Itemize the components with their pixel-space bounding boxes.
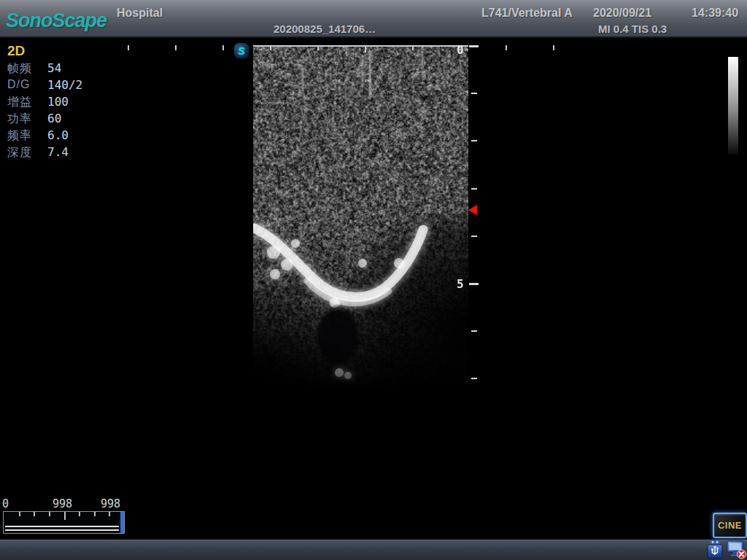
lateral-tick (365, 45, 366, 52)
cine-progress-line (5, 526, 119, 531)
cine-position-marker[interactable] (120, 512, 124, 533)
cine-label-start: 0 (2, 497, 9, 510)
lateral-tick (222, 45, 224, 50)
depth-tick (469, 283, 479, 285)
param-label: 功率 (7, 112, 32, 127)
cine-button[interactable]: CINE (713, 513, 747, 538)
param-row-gain: 增益 100 (7, 95, 117, 112)
ultrasound-image (253, 46, 468, 394)
lateral-tick (553, 45, 554, 50)
lateral-ruler-line (253, 45, 468, 47)
lateral-tick (317, 45, 319, 50)
hospital-name: Hospital (117, 7, 163, 20)
param-label: 增益 (7, 95, 32, 110)
lateral-tick (412, 45, 414, 50)
param-value: 7.4 (47, 145, 69, 159)
param-value: 6.0 (47, 128, 69, 142)
depth-tick (471, 236, 477, 237)
ultrasound-screen: SonoScape Hospital L741/Vertebral A 2020… (0, 0, 747, 560)
lateral-tick (506, 45, 507, 50)
network-disconnected-icon[interactable] (726, 539, 747, 560)
param-label: 帧频 (7, 61, 32, 77)
param-row-frequency: 频率 6.0 (7, 128, 117, 145)
depth-tick (471, 93, 477, 94)
system-time: 14:39:40 (692, 7, 738, 20)
cine-tick (49, 512, 50, 516)
mode-label: 2D (7, 43, 25, 59)
depth-tick (471, 378, 477, 379)
cine-label-mid: 998 (53, 497, 72, 510)
param-value: 100 (47, 95, 69, 109)
cine-tick (94, 512, 96, 516)
exam-file-name: 20200825_141706… (274, 23, 376, 35)
param-row-dg: D/G 140/2 (7, 78, 117, 95)
param-row-depth: 深度 7.4 (7, 145, 117, 162)
param-label: 频率 (7, 128, 32, 144)
taskbar (0, 540, 747, 560)
param-value: 140/2 (47, 78, 82, 92)
usb-icon[interactable] (705, 539, 724, 560)
system-date: 2020/09/21 (593, 7, 651, 20)
param-label: 深度 (7, 145, 32, 160)
header-bar: SonoScape Hospital L741/Vertebral A 2020… (0, 0, 747, 38)
cine-progress-bar[interactable] (3, 511, 125, 534)
depth-label-0: 0 (457, 43, 464, 57)
param-value: 54 (47, 61, 61, 75)
probe-preset: L741/Vertebral A (481, 7, 573, 20)
focus-marker-icon[interactable] (468, 205, 477, 215)
brand-logo: SonoScape (6, 9, 107, 32)
depth-tick (471, 330, 477, 332)
probe-orientation-mark: S (234, 43, 249, 58)
param-label: D/G (7, 78, 30, 91)
cine-tick (109, 512, 110, 516)
cine-label-end: 998 (101, 497, 120, 510)
grayscale-map-bar (728, 57, 738, 155)
param-row-power: 功率 60 (7, 112, 117, 128)
depth-tick (471, 188, 477, 190)
param-row-frame-rate: 帧频 54 (7, 61, 117, 78)
cine-tick (79, 512, 80, 516)
cine-tick (34, 512, 35, 516)
lateral-tick (270, 45, 271, 50)
cine-tick (64, 512, 66, 520)
lateral-tick (175, 45, 177, 50)
depth-tick (469, 45, 479, 47)
depth-label-5: 5 (457, 277, 464, 291)
mi-tis-readout: MI 0.4 TIS 0.3 (598, 23, 667, 35)
cine-tick (19, 512, 20, 516)
lateral-tick (128, 45, 129, 50)
depth-tick (471, 140, 477, 141)
param-value: 60 (47, 112, 61, 125)
